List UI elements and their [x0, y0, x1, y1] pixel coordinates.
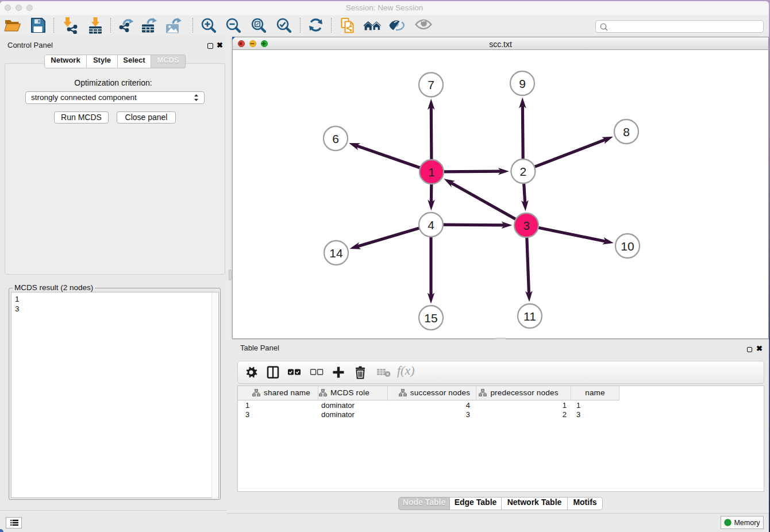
svg-text:3: 3 [523, 218, 530, 232]
svg-text:9: 9 [519, 76, 526, 90]
svg-text:10: 10 [621, 239, 634, 252]
svg-text:8: 8 [623, 125, 630, 138]
svg-text:14: 14 [329, 246, 343, 259]
svg-text:6: 6 [332, 132, 339, 145]
svg-text:7: 7 [428, 78, 434, 91]
svg-text:11: 11 [523, 309, 536, 322]
svg-text:2: 2 [520, 164, 527, 178]
svg-text:1: 1 [428, 165, 435, 178]
svg-text:4: 4 [428, 218, 434, 231]
svg-text:15: 15 [424, 311, 437, 324]
